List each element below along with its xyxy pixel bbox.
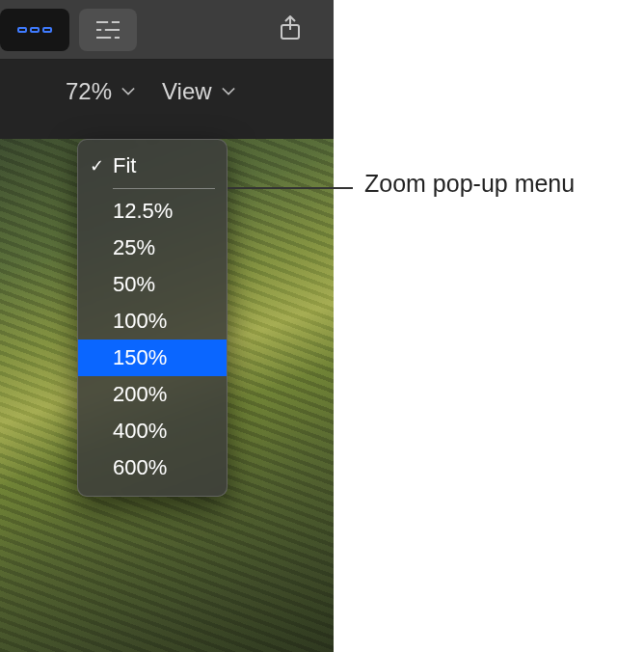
zoom-option[interactable]: 400% [78,413,227,449]
menu-separator [113,188,215,189]
toolbar [0,0,334,60]
zoom-option-label: 12.5% [113,199,173,223]
zoom-option-fit[interactable]: ✓ Fit [78,148,227,184]
callout-label: Zoom pop-up menu [364,170,575,198]
zoom-dropdown[interactable]: 72% [66,78,162,105]
callout-line [228,187,353,189]
app-panel: 72% View ✓ Fit 12.5% 25% 50% 100% 150% 2… [0,0,334,652]
zoom-option[interactable]: 25% [78,230,227,266]
zoom-option[interactable]: 600% [78,449,227,486]
options-bar: 72% View [0,60,334,112]
zoom-option[interactable]: 100% [78,303,227,340]
zoom-popup-menu: ✓ Fit 12.5% 25% 50% 100% 150% 200% 400% … [77,139,228,497]
zoom-option-label: Fit [113,153,136,177]
adjust-button[interactable] [79,9,137,51]
zoom-option[interactable]: 50% [78,266,227,303]
clips-button[interactable] [0,9,69,51]
chevron-down-icon [222,85,235,98]
share-button[interactable] [262,9,318,51]
view-dropdown[interactable]: View [162,78,262,105]
zoom-option[interactable]: 200% [78,376,227,413]
zoom-option-label: 100% [113,309,167,333]
zoom-option-label: 600% [113,455,167,479]
zoom-option-label: 400% [113,419,167,443]
view-label: View [162,78,212,105]
zoom-option-label: 25% [113,235,155,259]
zoom-value: 72% [66,78,112,105]
zoom-option[interactable]: 150% [78,340,227,376]
zoom-option[interactable]: 12.5% [78,193,227,230]
zoom-option-label: 50% [113,272,155,296]
zoom-option-label: 200% [113,382,167,406]
clips-icon [17,27,52,33]
check-icon: ✓ [90,155,104,177]
share-icon [280,15,301,44]
sliders-icon [96,20,120,40]
zoom-option-label: 150% [113,345,167,369]
chevron-down-icon [121,85,135,98]
